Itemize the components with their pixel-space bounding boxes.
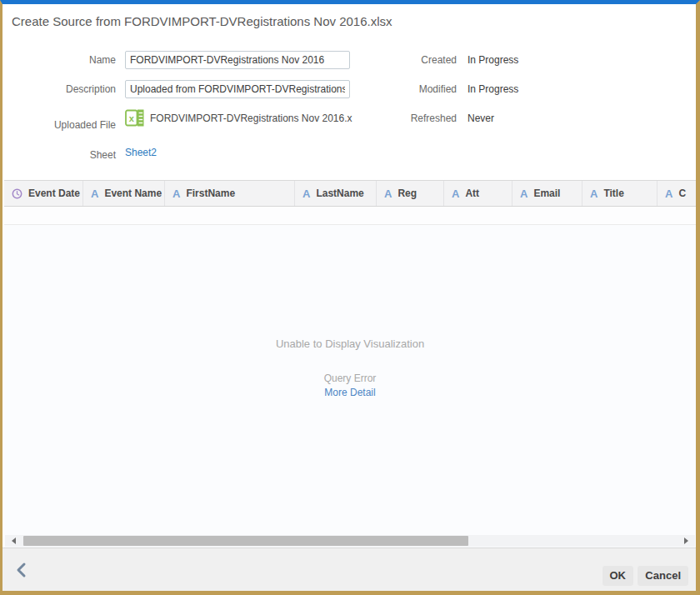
created-label: Created [369, 54, 457, 66]
uploaded-file-label: Uploaded File [2, 119, 116, 131]
column-header-att[interactable]: A Att [443, 181, 512, 206]
back-button[interactable] [14, 561, 31, 579]
uploaded-file-name: FORDVIMPORT-DVRegistrations Nov 2016.x [150, 112, 352, 124]
create-source-dialog: Create Source from FORDVIMPORT-DVRegistr… [0, 0, 700, 595]
excel-file-icon: x [125, 109, 144, 127]
column-label: Title [603, 188, 623, 199]
text-attribute-icon: A [91, 188, 98, 199]
modified-value: In Progress [468, 83, 518, 95]
column-label: FirstName [186, 188, 235, 199]
column-header-partial[interactable]: A C [657, 181, 696, 206]
column-header-title[interactable]: A Title [582, 181, 657, 206]
uploaded-file-row: x FORDVIMPORT-DVRegistrations Nov 2016.x [125, 109, 352, 127]
column-header-firstname[interactable]: A FirstName [164, 181, 294, 206]
modified-label: Modified [369, 83, 457, 95]
refreshed-label: Refreshed [369, 112, 457, 124]
sheet-label: Sheet [2, 149, 116, 161]
error-title: Unable to Display Visualization [4, 338, 696, 350]
visualization-error-message: Unable to Display Visualization Query Er… [4, 338, 696, 398]
svg-text:x: x [129, 113, 135, 123]
text-attribute-icon: A [172, 188, 180, 199]
text-attribute-icon: A [384, 188, 392, 199]
sheet-select-link[interactable]: Sheet2 [125, 147, 157, 158]
dialog-footer: OK Cancel [2, 548, 696, 591]
column-label: Event Date [28, 188, 80, 199]
column-label: LastName [316, 188, 363, 199]
name-label: Name [2, 54, 116, 66]
column-label: Email [533, 188, 560, 199]
refreshed-value: Never [468, 112, 494, 124]
created-value: In Progress [468, 54, 518, 66]
data-preview-panel: Event Date A Event Name A FirstName A La… [4, 180, 696, 548]
column-header-reg[interactable]: A Reg [376, 181, 443, 206]
table-header-row: Event Date A Event Name A FirstName A La… [4, 181, 696, 207]
scroll-left-arrow-icon[interactable] [12, 538, 16, 544]
column-label: Reg [398, 188, 417, 199]
column-header-lastname[interactable]: A LastName [294, 181, 376, 206]
column-label: Att [465, 188, 479, 199]
text-attribute-icon: A [520, 188, 528, 199]
table-empty-row [4, 207, 696, 225]
scroll-right-arrow-icon[interactable] [684, 538, 688, 544]
column-header-event-date[interactable]: Event Date [4, 181, 82, 206]
error-subtitle: Query Error [4, 372, 696, 384]
text-attribute-icon: A [665, 188, 672, 199]
clock-icon [12, 188, 22, 199]
horizontal-scrollbar [5, 535, 695, 547]
text-attribute-icon: A [452, 188, 459, 199]
description-label: Description [2, 83, 116, 95]
column-header-email[interactable]: A Email [512, 181, 582, 206]
text-attribute-icon: A [590, 188, 598, 199]
name-input[interactable] [125, 51, 350, 69]
dialog-title: Create Source from FORDVIMPORT-DVRegistr… [12, 14, 392, 28]
column-header-event-name[interactable]: A Event Name [82, 181, 164, 206]
more-detail-link[interactable]: More Detail [4, 387, 696, 398]
text-attribute-icon: A [302, 188, 310, 199]
description-input[interactable] [125, 80, 350, 98]
scrollbar-thumb[interactable] [23, 536, 468, 546]
column-label: Event Name [104, 188, 162, 199]
ok-button[interactable]: OK [602, 566, 634, 586]
cancel-button[interactable]: Cancel [638, 566, 688, 586]
column-label: C [678, 188, 686, 199]
